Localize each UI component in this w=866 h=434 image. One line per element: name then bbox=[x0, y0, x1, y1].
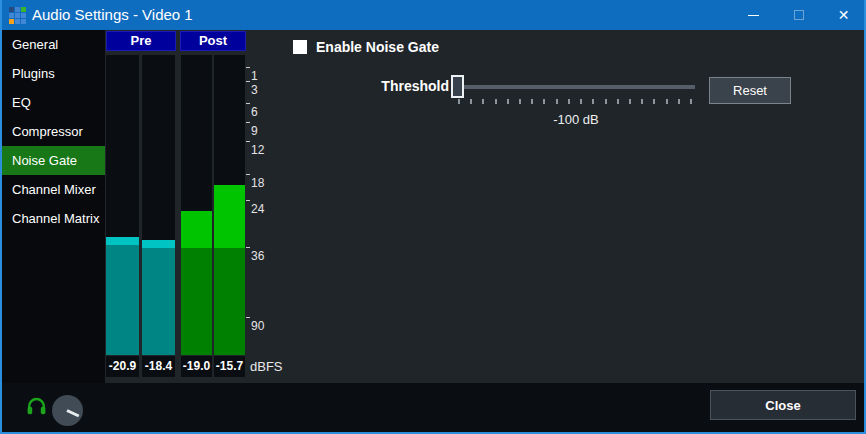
scale-label: 1 bbox=[251, 68, 258, 84]
scale-label: 24 bbox=[251, 201, 264, 217]
meter-bar-track bbox=[106, 55, 139, 355]
app-icon-square bbox=[9, 13, 14, 18]
slider-tick bbox=[629, 99, 631, 104]
sidebar-item-general[interactable]: General bbox=[2, 30, 105, 59]
meter-value: -15.7 bbox=[214, 356, 245, 377]
reset-button[interactable]: Reset bbox=[709, 77, 791, 104]
scale-label: 90 bbox=[251, 318, 264, 334]
threshold-slider-track[interactable] bbox=[457, 85, 695, 89]
close-window-button[interactable]: ✕ bbox=[821, 0, 866, 30]
app-icon-square bbox=[15, 13, 20, 18]
scale-tick bbox=[246, 174, 250, 175]
enable-noise-gate-label: Enable Noise Gate bbox=[316, 39, 439, 55]
scale-tick bbox=[246, 67, 250, 68]
headphone-volume-knob[interactable] bbox=[52, 395, 83, 426]
slider-tick bbox=[519, 99, 521, 104]
scale-label: 3 bbox=[251, 82, 258, 98]
meter-group-header-post: Post bbox=[180, 31, 246, 51]
window-title: Audio Settings - Video 1 bbox=[32, 0, 193, 30]
scale-tick bbox=[246, 247, 250, 248]
app-icon-square bbox=[9, 7, 14, 12]
meter-unit-label: dBFS bbox=[250, 356, 283, 377]
audio-meters: dBFS PrePost-20.9-18.4-19.0-15.713691218… bbox=[0, 0, 866, 434]
headphones-icon[interactable] bbox=[26, 395, 47, 417]
scale-label: 18 bbox=[251, 175, 264, 191]
meter-bar-track bbox=[142, 55, 175, 355]
enable-noise-gate-checkbox[interactable] bbox=[293, 40, 307, 54]
sidebar-item-channel-mixer[interactable]: Channel Mixer bbox=[2, 175, 105, 204]
scale-tick bbox=[246, 141, 250, 142]
scale-tick bbox=[246, 103, 250, 104]
maximize-icon bbox=[794, 10, 804, 20]
meter-bar-level bbox=[181, 248, 212, 355]
slider-tick bbox=[592, 99, 594, 104]
scale-label: 12 bbox=[251, 142, 264, 158]
slider-tick bbox=[617, 99, 619, 104]
slider-tick bbox=[580, 99, 582, 104]
meter-bar-level bbox=[106, 245, 139, 355]
meter-value: -20.9 bbox=[106, 356, 139, 377]
threshold-slider-thumb[interactable] bbox=[451, 75, 464, 98]
sidebar-item-channel-matrix[interactable]: Channel Matrix bbox=[2, 204, 105, 233]
slider-tick bbox=[556, 99, 558, 104]
scale-label: 36 bbox=[251, 248, 264, 264]
maximize-button bbox=[776, 0, 821, 30]
meter-bar-track bbox=[181, 55, 212, 355]
slider-tick bbox=[470, 99, 472, 104]
app-icon-square bbox=[9, 19, 14, 24]
threshold-value: -100 dB bbox=[457, 112, 695, 127]
app-icon bbox=[9, 7, 26, 24]
sidebar-item-compressor[interactable]: Compressor bbox=[2, 117, 105, 146]
scale-tick bbox=[246, 81, 250, 82]
footer: Close bbox=[2, 383, 864, 432]
meter-value: -18.4 bbox=[142, 356, 175, 377]
slider-tick bbox=[568, 99, 570, 104]
slider-tick bbox=[653, 99, 655, 104]
slider-tick bbox=[507, 99, 509, 104]
titlebar: Audio Settings - Video 1 ✕ bbox=[0, 0, 866, 30]
meter-bar-track bbox=[214, 55, 245, 355]
meter-bar-peak bbox=[142, 240, 175, 248]
meter-bar-level bbox=[142, 248, 175, 355]
app-icon-square bbox=[21, 13, 26, 18]
app-icon-square bbox=[21, 7, 26, 12]
scale-tick bbox=[246, 200, 250, 201]
app-icon-square bbox=[15, 7, 20, 12]
app-icon-square bbox=[21, 19, 26, 24]
scale-tick bbox=[246, 122, 250, 123]
scale-label: 9 bbox=[251, 123, 258, 139]
threshold-label: Threshold bbox=[332, 78, 449, 94]
minimize-button[interactable] bbox=[731, 0, 776, 30]
meter-group-header-pre: Pre bbox=[106, 31, 176, 51]
slider-tick bbox=[543, 99, 545, 104]
sidebar-item-plugins[interactable]: Plugins bbox=[2, 59, 105, 88]
slider-tick bbox=[458, 99, 460, 104]
knob-pointer-icon bbox=[66, 409, 79, 417]
app-icon-square bbox=[15, 19, 20, 24]
close-button[interactable]: Close bbox=[710, 390, 856, 420]
scale-label: 6 bbox=[251, 104, 258, 120]
sidebar: GeneralPluginsEQCompressorNoise GateChan… bbox=[2, 30, 105, 383]
window-controls: ✕ bbox=[731, 0, 866, 30]
meter-bar-level bbox=[214, 248, 245, 355]
slider-tick bbox=[482, 99, 484, 104]
scale-tick bbox=[246, 317, 250, 318]
slider-tick bbox=[678, 99, 680, 104]
audio-settings-window: Audio Settings - Video 1 ✕ GeneralPlugin… bbox=[0, 0, 866, 434]
sidebar-item-eq[interactable]: EQ bbox=[2, 88, 105, 117]
meter-bar-peak bbox=[106, 237, 139, 245]
meter-value: -19.0 bbox=[181, 356, 212, 377]
slider-tick bbox=[690, 99, 692, 104]
slider-tick bbox=[641, 99, 643, 104]
meter-bar-peak bbox=[181, 211, 212, 248]
meter-bar-peak bbox=[214, 185, 245, 248]
minimize-icon bbox=[748, 15, 759, 16]
slider-tick bbox=[605, 99, 607, 104]
slider-tick bbox=[531, 99, 533, 104]
threshold-slider-ticks bbox=[457, 99, 695, 105]
slider-tick bbox=[666, 99, 668, 104]
sidebar-item-noise-gate[interactable]: Noise Gate bbox=[2, 146, 105, 175]
slider-tick bbox=[495, 99, 497, 104]
